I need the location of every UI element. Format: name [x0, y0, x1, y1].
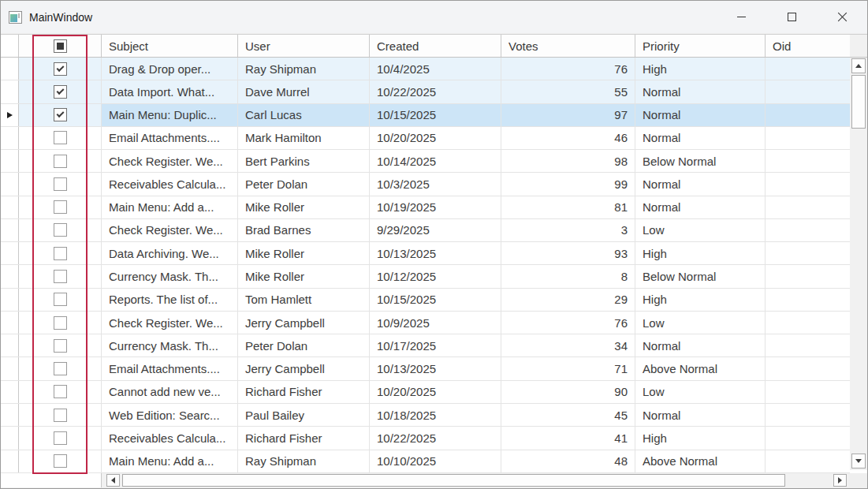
votes-cell[interactable]: 71	[501, 357, 635, 379]
votes-cell[interactable]: 97	[501, 104, 635, 126]
row-checkbox[interactable]	[54, 177, 67, 191]
check-cell[interactable]	[32, 242, 88, 264]
oid-cell[interactable]	[766, 404, 850, 426]
check-cell[interactable]	[32, 196, 88, 218]
row-checkbox[interactable]	[54, 155, 67, 168]
check-cell[interactable]	[32, 219, 88, 241]
votes-cell[interactable]: 29	[501, 289, 635, 311]
priority-cell[interactable]: High	[635, 289, 766, 311]
priority-cell[interactable]: Normal	[635, 196, 766, 218]
check-cell[interactable]	[32, 450, 88, 472]
votes-cell[interactable]: 99	[501, 173, 635, 195]
oid-cell[interactable]	[766, 450, 850, 472]
column-header-votes[interactable]: Votes	[501, 35, 635, 57]
created-cell[interactable]: 10/22/2025	[370, 427, 501, 449]
oid-cell[interactable]	[766, 104, 850, 126]
user-cell[interactable]: Ray Shipman	[238, 450, 370, 472]
user-cell[interactable]: Carl Lucas	[238, 104, 370, 126]
created-cell[interactable]: 10/20/2025	[370, 381, 501, 403]
oid-cell[interactable]	[766, 196, 850, 218]
check-cell[interactable]	[32, 381, 88, 403]
user-cell[interactable]: Richard Fisher	[238, 427, 370, 449]
check-cell[interactable]	[32, 357, 88, 379]
table-row[interactable]: Check Register. We... Jerry Campbell 10/…	[1, 312, 850, 334]
table-row[interactable]: Main Menu: Add a... Mike Roller 10/19/20…	[1, 196, 850, 219]
check-cell[interactable]	[32, 289, 88, 311]
oid-cell[interactable]	[766, 173, 850, 195]
user-cell[interactable]: Bert Parkins	[238, 150, 370, 172]
priority-cell[interactable]: Normal	[635, 80, 766, 103]
votes-cell[interactable]: 90	[501, 381, 635, 403]
column-header-created[interactable]: Created	[370, 35, 501, 57]
votes-cell[interactable]: 48	[501, 450, 635, 472]
check-cell[interactable]	[32, 150, 88, 172]
row-checkbox[interactable]	[54, 247, 67, 260]
table-row[interactable]: Email Attachments.... Mark Hamilton 10/2…	[1, 127, 850, 150]
user-cell[interactable]: Mike Roller	[238, 242, 370, 264]
column-header-subject[interactable]: Subject	[102, 35, 238, 57]
votes-cell[interactable]: 34	[501, 334, 635, 356]
row-checkbox[interactable]	[54, 270, 67, 283]
user-cell[interactable]: Dave Murrel	[238, 80, 370, 103]
minimize-button[interactable]	[716, 1, 766, 33]
check-cell[interactable]	[32, 265, 88, 287]
created-cell[interactable]: 10/15/2025	[370, 104, 501, 126]
table-row[interactable]: Main Menu: Add a... Ray Shipman 10/10/20…	[1, 450, 850, 473]
row-checkbox[interactable]	[54, 409, 67, 422]
row-checkbox[interactable]	[54, 85, 67, 99]
user-cell[interactable]: Mike Roller	[238, 196, 370, 218]
priority-cell[interactable]: Above Normal	[635, 450, 766, 472]
column-header-user[interactable]: User	[238, 35, 370, 57]
table-row[interactable]: Receivables Calcula... Richard Fisher 10…	[1, 427, 850, 450]
check-cell[interactable]	[32, 312, 88, 334]
subject-cell[interactable]: Receivables Calcula...	[102, 173, 238, 195]
user-cell[interactable]: Jerry Campbell	[238, 312, 370, 334]
oid-cell[interactable]	[766, 58, 850, 80]
oid-cell[interactable]	[766, 357, 850, 379]
created-cell[interactable]: 10/13/2025	[370, 357, 501, 379]
priority-cell[interactable]: Below Normal	[635, 265, 766, 287]
subject-cell[interactable]: Check Register. We...	[102, 312, 238, 334]
check-cell[interactable]	[32, 104, 88, 126]
row-checkbox[interactable]	[54, 339, 67, 353]
votes-cell[interactable]: 93	[501, 242, 635, 264]
created-cell[interactable]: 10/19/2025	[370, 196, 501, 218]
user-cell[interactable]: Mark Hamilton	[238, 127, 370, 149]
oid-cell[interactable]	[766, 289, 850, 311]
oid-cell[interactable]	[766, 127, 850, 149]
table-row[interactable]: Web Edition: Searc... Paul Bailey 10/18/…	[1, 404, 850, 427]
scroll-right-button[interactable]	[833, 474, 847, 487]
created-cell[interactable]: 10/18/2025	[370, 404, 501, 426]
votes-cell[interactable]: 76	[501, 312, 635, 334]
vertical-scrollbar-thumb[interactable]	[851, 75, 866, 129]
row-checkbox[interactable]	[54, 200, 67, 214]
row-checkbox[interactable]	[54, 385, 67, 398]
created-cell[interactable]: 10/20/2025	[370, 127, 501, 149]
subject-cell[interactable]: Main Menu: Add a...	[102, 196, 238, 218]
votes-cell[interactable]: 55	[501, 80, 635, 103]
created-cell[interactable]: 10/15/2025	[370, 289, 501, 311]
horizontal-scrollbar-thumb[interactable]	[122, 474, 785, 487]
oid-cell[interactable]	[766, 381, 850, 403]
subject-cell[interactable]: Receivables Calcula...	[102, 427, 238, 449]
table-row[interactable]: Data Import. What... Dave Murrel 10/22/2…	[1, 80, 850, 103]
created-cell[interactable]: 10/17/2025	[370, 334, 501, 356]
row-checkbox[interactable]	[54, 62, 67, 76]
maximize-button[interactable]	[766, 1, 817, 33]
subject-cell[interactable]: Web Edition: Searc...	[102, 404, 238, 426]
subject-cell[interactable]: Data Import. What...	[102, 80, 238, 103]
priority-cell[interactable]: Normal	[635, 173, 766, 195]
subject-cell[interactable]: Cannot add new ve...	[102, 381, 238, 403]
priority-cell[interactable]: Low	[635, 381, 766, 403]
subject-cell[interactable]: Currency Mask. Th...	[102, 334, 238, 356]
user-cell[interactable]: Peter Dolan	[238, 173, 370, 195]
priority-cell[interactable]: High	[635, 242, 766, 264]
priority-cell[interactable]: Low	[635, 312, 766, 334]
created-cell[interactable]: 10/9/2025	[370, 312, 501, 334]
user-cell[interactable]: Ray Shipman	[238, 58, 370, 80]
oid-cell[interactable]	[766, 242, 850, 264]
oid-cell[interactable]	[766, 427, 850, 449]
user-cell[interactable]: Peter Dolan	[238, 334, 370, 356]
priority-cell[interactable]: High	[635, 427, 766, 449]
created-cell[interactable]: 10/12/2025	[370, 265, 501, 287]
